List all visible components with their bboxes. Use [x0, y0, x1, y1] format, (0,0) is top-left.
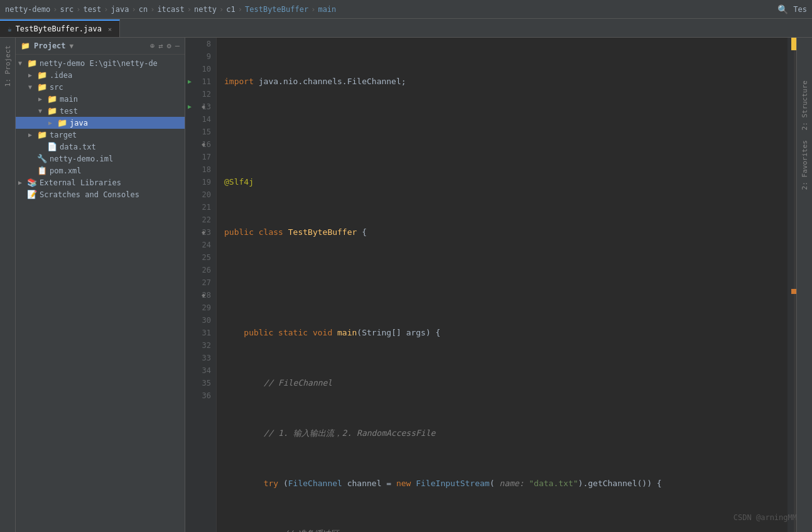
- tree-item-src[interactable]: ▼ 📁 src: [16, 81, 185, 93]
- line-num-35: 35: [185, 377, 216, 389]
- line-num-28: ◆ 28: [185, 289, 216, 301]
- top-bar-actions: 🔍 Tes: [777, 4, 807, 14]
- breadcrumb-class[interactable]: TestByteBuffer: [245, 5, 308, 14]
- breadcrumb-itcast[interactable]: itcast: [157, 5, 184, 14]
- tree-item-datatxt[interactable]: 📄 data.txt: [16, 141, 185, 153]
- tree-item-target[interactable]: ▶ 📁 target: [16, 129, 185, 141]
- tree-label: data.txt: [60, 143, 185, 151]
- code-line-9: [222, 126, 782, 138]
- scratch-icon: 📝: [27, 190, 37, 199]
- line-num-31: 31: [185, 327, 216, 339]
- code-line-10: @Slf4j: [222, 176, 782, 188]
- project-dropdown-arrow[interactable]: ▼: [70, 42, 74, 50]
- line-num-34: 34: [185, 364, 216, 377]
- watermark: CSDN @arningMM: [734, 513, 797, 522]
- tree-item-iml[interactable]: 🔧 netty-demo.iml: [16, 153, 185, 165]
- code-area[interactable]: 8 9 10 ▶ 11 12 ▶ ◆ 13 14 15 ◆ 16: [185, 38, 796, 532]
- tree-label: pom.xml: [50, 166, 185, 175]
- tree-item-test[interactable]: ▼ 📁 test: [16, 105, 185, 117]
- favorites-panel[interactable]: 2: Favorites: [798, 135, 811, 195]
- iml-icon: 🔧: [37, 154, 47, 163]
- line-num-8: 8: [185, 38, 216, 50]
- line-num-17: 17: [185, 151, 216, 163]
- breadcrumb-test[interactable]: test: [83, 5, 101, 14]
- line-num-15: 15: [185, 126, 216, 138]
- arrow-icon: ▶: [28, 131, 37, 138]
- breadcrumb-java[interactable]: java: [111, 5, 129, 14]
- folder-icon: 📁: [47, 106, 57, 116]
- breadcrumb-method[interactable]: main: [318, 5, 336, 14]
- line-num-20: 20: [185, 188, 216, 201]
- scrollbar-track[interactable]: [788, 38, 796, 532]
- add-icon[interactable]: ⊕: [150, 41, 154, 50]
- settings-icon[interactable]: ⚙: [167, 41, 171, 50]
- minimize-icon[interactable]: —: [175, 41, 180, 50]
- code-line-13: public static void main(String[] args) {: [222, 327, 782, 339]
- line-numbers: 8 9 10 ▶ 11 12 ▶ ◆ 13 14 15 ◆ 16: [185, 38, 217, 532]
- tree-item-scratches[interactable]: 📝 Scratches and Consoles: [16, 188, 185, 200]
- run-arrow-icon[interactable]: ▶: [188, 100, 192, 113]
- breadcrumb: netty-demo › src › test › java › cn › it…: [5, 5, 336, 14]
- code-line-11: public class TestByteBuffer {: [222, 226, 782, 239]
- line-num-12: 12: [185, 88, 216, 100]
- folder-icon: 📁: [57, 118, 67, 128]
- tree-label: netty-demo E:\git\netty-de: [40, 59, 185, 68]
- tree-item-idea[interactable]: ▶ 📁 .idea: [16, 69, 185, 81]
- tree-label: target: [50, 131, 185, 139]
- breadcrumb-cn[interactable]: cn: [139, 5, 148, 14]
- line-num-23: ◆ 23: [185, 226, 216, 239]
- tab-label: TestByteBuffer.java: [16, 24, 102, 33]
- line-num-27: 27: [185, 276, 216, 289]
- tree-item-ext-libs[interactable]: ▶ 📚 External Libraries: [16, 176, 185, 188]
- breadcrumb-c1[interactable]: c1: [226, 5, 235, 14]
- code-line-16: try (FileChannel channel = new FileInput…: [222, 477, 782, 490]
- arrow-icon: ▶: [28, 72, 37, 79]
- arrow-icon: ▶: [18, 179, 27, 186]
- sidebar: 📁 Project ▼ ⊕ ⇄ ⚙ — ▼ 📁 netty-demo E:\gi…: [16, 38, 185, 532]
- main-content: 1: Project 📁 Project ▼ ⊕ ⇄ ⚙ — ▼ 📁 netty…: [0, 38, 812, 532]
- line-num-10: 10: [185, 63, 216, 75]
- breadcrumb-netty[interactable]: netty: [194, 5, 217, 14]
- arrow-icon: ▼: [28, 84, 37, 90]
- project-icon: 📁: [21, 41, 30, 50]
- xml-icon: 📋: [37, 166, 47, 175]
- left-tab-project[interactable]: 1: Project: [1, 40, 14, 92]
- line-num-36: 36: [185, 389, 216, 402]
- tree-label: netty-demo.iml: [50, 155, 185, 163]
- folder-icon: 📁: [37, 130, 47, 139]
- tab-close-icon[interactable]: ✕: [108, 26, 112, 33]
- run-arrow-icon[interactable]: ▶: [188, 75, 192, 88]
- code-line-12: [222, 276, 782, 289]
- tab-bar: ☕ TestByteBuffer.java ✕: [0, 19, 812, 38]
- tree-item-pom[interactable]: 📋 pom.xml: [16, 165, 185, 176]
- tree-label: src: [50, 83, 185, 92]
- java-file-icon: ☕: [8, 25, 12, 33]
- bookmark-icon: ◆: [202, 289, 205, 301]
- tree-item-java[interactable]: ▶ 📁 java: [16, 117, 185, 129]
- code-line-8: import java.nio.channels.FileChannel;: [222, 75, 782, 88]
- tree-item-netty-demo[interactable]: ▼ 📁 netty-demo E:\git\netty-de: [16, 57, 185, 69]
- sidebar-title: Project: [34, 41, 66, 50]
- line-num-33: 33: [185, 352, 216, 364]
- search-icon[interactable]: 🔍: [777, 4, 788, 14]
- tab-testbytebuffer[interactable]: ☕ TestByteBuffer.java ✕: [0, 19, 120, 37]
- scrollbar-bg: [794, 38, 796, 532]
- line-num-32: 32: [185, 339, 216, 352]
- tree-item-main[interactable]: ▶ 📁 main: [16, 93, 185, 105]
- error-marker: [791, 289, 796, 294]
- structure-panel[interactable]: 2: Structure: [798, 75, 811, 135]
- tree-label: main: [60, 95, 185, 104]
- sidebar-header-icons: ⊕ ⇄ ⚙ —: [150, 41, 180, 50]
- breadcrumb-src[interactable]: src: [60, 5, 73, 14]
- folder-icon: 📁: [47, 94, 57, 104]
- left-tabs: 1: Project: [0, 38, 16, 532]
- arrow-icon: ▶: [38, 95, 47, 102]
- breadcrumb-project[interactable]: netty-demo: [5, 5, 50, 14]
- line-num-19: 19: [185, 176, 216, 188]
- code-editor-content[interactable]: import java.nio.channels.FileChannel; @S…: [217, 38, 788, 532]
- sync-icon[interactable]: ⇄: [158, 41, 163, 50]
- line-num-16: ◆ 16: [185, 138, 216, 151]
- tree-label: External Libraries: [40, 178, 185, 187]
- top-bar: netty-demo › src › test › java › cn › it…: [0, 0, 812, 19]
- file-tree: ▼ 📁 netty-demo E:\git\netty-de ▶ 📁 .idea…: [16, 55, 185, 532]
